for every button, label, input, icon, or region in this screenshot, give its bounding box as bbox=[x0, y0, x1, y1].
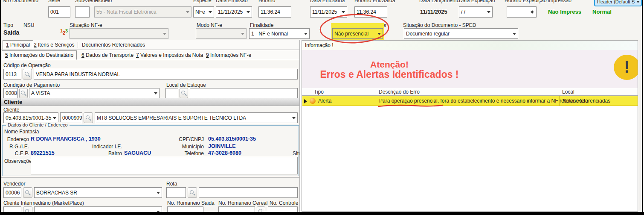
finalidade-label: Finalidade bbox=[250, 22, 273, 28]
codigo-operacao-lookup-button[interactable] bbox=[23, 69, 32, 80]
invoice-window: Nro Documento Série Sub-Série Modelo Esp… bbox=[0, 0, 644, 215]
magnifier-icon bbox=[189, 190, 195, 196]
codigo-operacao-input[interactable]: 0113 bbox=[3, 69, 21, 80]
municipio-value: JOINVILLE bbox=[208, 143, 236, 149]
controle-input[interactable] bbox=[268, 206, 298, 212]
error-table-row[interactable]: Alerta Para operação presencial, fora do… bbox=[302, 96, 638, 106]
dialog-title: Informação ! bbox=[305, 42, 334, 48]
romaneio-saida-input[interactable] bbox=[167, 206, 203, 212]
intermediario-select[interactable] bbox=[34, 206, 162, 212]
data-ent-saida-value: 11/11/2025 bbox=[312, 9, 337, 15]
indicador-ie-label: Indicador I.E. bbox=[92, 144, 122, 150]
window-border-bottom bbox=[0, 212, 644, 215]
rg-ie-label: R.G./I.E. bbox=[4, 144, 29, 150]
tab-valores-impostos[interactable]: 7 Valores e Impostos da Nota bbox=[133, 51, 206, 59]
rota-lookup-button[interactable] bbox=[188, 187, 197, 198]
nsu-label: NSU bbox=[23, 22, 34, 28]
data-expedicao-label: Data Expedição bbox=[459, 0, 495, 3]
magnifier-icon bbox=[258, 209, 264, 212]
data-emissao-picker[interactable]: 11/11/2025 bbox=[216, 6, 252, 18]
horario-ent-saida-label: Horário Ent/Saída bbox=[354, 0, 395, 3]
local-estoque-descricao[interactable] bbox=[190, 88, 298, 98]
especie-select[interactable]: NFe bbox=[193, 6, 214, 18]
nome-fantasia-label: Nome Fantasia bbox=[4, 129, 39, 135]
chevron-down-icon bbox=[377, 33, 381, 37]
horario-ent-saida-input[interactable]: 11:36:24 bbox=[354, 6, 387, 18]
endereco-label: Endereço bbox=[4, 136, 29, 142]
cliente-cnpj-select[interactable]: 05.403.815/0001-35 bbox=[3, 112, 58, 123]
rota-descricao[interactable] bbox=[199, 187, 298, 198]
tab-informacoes-nfe[interactable]: 9 Informações NF-e bbox=[203, 51, 254, 59]
dialog-warning-banner: Atenção! Erros e Alertas Identificados ! bbox=[302, 50, 638, 88]
condicao-pagamento-input[interactable]: 0008 bbox=[3, 88, 18, 98]
municipio-label: Município bbox=[171, 144, 204, 150]
chevron-down-icon bbox=[241, 33, 244, 37]
observacoes-textarea[interactable] bbox=[31, 157, 298, 174]
vendedor-select[interactable]: BORRACHAS SR bbox=[34, 187, 162, 198]
condicao-pagamento-lookup-button[interactable] bbox=[19, 88, 28, 98]
cliente-razao-social-select[interactable]: MT8 SOLUCOES EMPRESARIAIS E SUPORTE TECN… bbox=[95, 112, 298, 123]
dados-cliente-groupbox: Dados do Cliente / Endereço Nome Fantasi… bbox=[2, 125, 299, 176]
bairro-label: Bairro bbox=[108, 150, 122, 156]
subserie-input[interactable] bbox=[75, 6, 90, 18]
tab-documentos-referenciados[interactable]: Documentos Referenciados bbox=[79, 41, 148, 49]
condicao-pagamento-select[interactable]: A VISTA bbox=[29, 88, 160, 98]
vendedor-label: Vendedor bbox=[3, 181, 25, 187]
local-estoque-input[interactable] bbox=[165, 88, 178, 98]
vendedor-codigo-input[interactable]: 00006 bbox=[3, 187, 21, 198]
codigo-operacao-label: Código de Operação bbox=[3, 62, 51, 68]
modelo-select[interactable]: 55 - Nota Fiscal Eletrônica bbox=[94, 6, 191, 18]
cep-value: 89221515 bbox=[31, 150, 55, 156]
cliente-label: Cliente bbox=[3, 107, 19, 113]
finalidade-select[interactable]: 1 - NF-e Normal bbox=[249, 28, 310, 39]
chevron-down-icon bbox=[53, 117, 56, 121]
data-ent-saida-label: Data Ent/Saída bbox=[310, 0, 345, 3]
cpf-cnpj-value: 05.403.815/0001-35 bbox=[208, 136, 256, 142]
intermediario-lookup-button[interactable] bbox=[23, 206, 32, 212]
autonumber-123-icon[interactable]: 1 2 3 bbox=[60, 28, 69, 36]
warning-heading-line1: Atenção! bbox=[302, 59, 477, 70]
subserie-label: Sub-Série bbox=[75, 0, 98, 3]
spinner-down-icon[interactable] bbox=[531, 12, 534, 15]
error-grid-header: Tipo Descrição do Erro Local bbox=[302, 88, 638, 96]
local-estoque-lookup-button[interactable] bbox=[180, 88, 188, 98]
cliente-razao-social-value: MT8 SOLUCOES EMPRESARIAIS E SUPORTE TECN… bbox=[97, 115, 246, 121]
presenca-comprador-select[interactable]: Não presencial bbox=[332, 28, 383, 39]
observacoes-label: Observações bbox=[4, 158, 29, 164]
informacao-dialog: Informação ! Atenção! Erros e Alertas Id… bbox=[302, 40, 638, 212]
cliente-lookup-button[interactable] bbox=[84, 112, 93, 123]
serie-label: Série bbox=[48, 0, 60, 3]
controle-lookup-button[interactable] bbox=[257, 206, 265, 212]
chevron-down-icon bbox=[342, 11, 345, 15]
cliente-intermediario-label: Cliente Intermediário (MarketPlace) bbox=[3, 200, 84, 206]
data-expedicao-picker[interactable]: / / bbox=[459, 6, 493, 18]
data-ent-saida-picker[interactable]: 11/11/2025 bbox=[310, 6, 347, 18]
rota-codigo-input[interactable] bbox=[166, 187, 186, 198]
situacao-nfe-label: Situação NF-e bbox=[70, 22, 102, 28]
data-lancamento-label: Data Lançamento bbox=[419, 0, 460, 3]
magnifier-icon bbox=[85, 115, 91, 121]
situacao-nfe-select[interactable] bbox=[70, 28, 168, 39]
intermediario-codigo-input[interactable] bbox=[3, 206, 21, 212]
horario-input[interactable]: 11:36:24 bbox=[258, 6, 291, 18]
tab-dados-transporte[interactable]: 6 Dados de Transporte bbox=[78, 51, 136, 59]
romaneio-saida-label: No. Romaneio Saida bbox=[167, 200, 215, 206]
sub-tab-strip: 5 Informações do Destinatário 6 Dados de… bbox=[1, 50, 300, 60]
digit-3: 3 bbox=[65, 28, 68, 33]
serie-input[interactable]: 001 bbox=[48, 6, 70, 18]
romaneio-cereal-input[interactable] bbox=[218, 206, 255, 212]
tab-informacoes-destinatario[interactable]: 5 Informações do Destinatário bbox=[2, 50, 77, 60]
modo-nfe-select[interactable] bbox=[196, 28, 247, 39]
tab-principal[interactable]: 1 Principal bbox=[3, 40, 33, 50]
chevron-down-icon bbox=[247, 11, 250, 15]
row1-labels: Nro Documento Série Sub-Série Modelo Esp… bbox=[0, 0, 644, 4]
horario-expedicao-stepper[interactable] bbox=[507, 6, 537, 18]
header-style-select[interactable]: Header (Default Style) bbox=[594, 0, 642, 6]
tab-itens-servicos[interactable]: 2 Itens e Serviços bbox=[31, 41, 77, 49]
situacao-sped-select[interactable]: Documento regular bbox=[404, 28, 518, 39]
dialog-titlebar[interactable]: Informação ! bbox=[302, 41, 638, 50]
cliente-codigo-input[interactable]: 0000909 bbox=[60, 112, 82, 123]
vendedor-lookup-button[interactable] bbox=[23, 187, 32, 198]
warning-heading-line2: Erros e Alertas Identificados ! bbox=[302, 69, 477, 80]
column-tipo: Tipo bbox=[314, 89, 324, 95]
